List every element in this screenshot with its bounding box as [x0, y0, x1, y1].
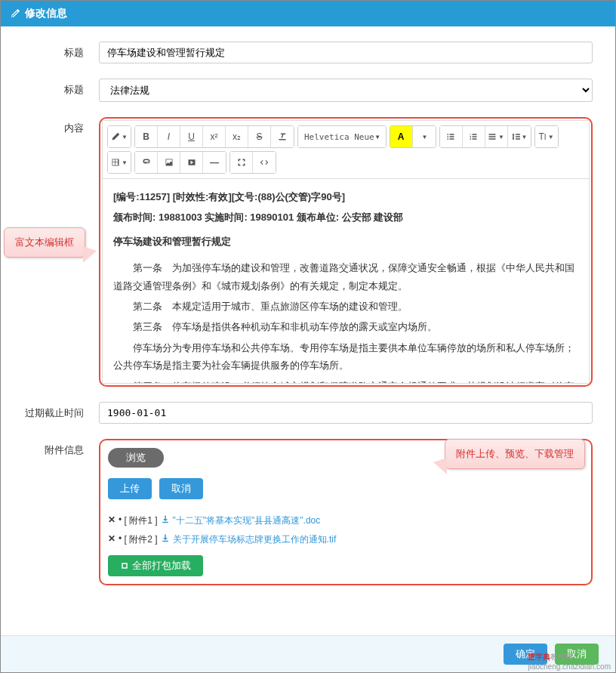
cancel-upload-button[interactable]: 取消 [159, 478, 203, 499]
attachment-link[interactable]: "十二五"将基本实现"县县通高速".doc [173, 514, 321, 527]
row-category: 标题 法律法规 [23, 79, 593, 102]
heading-button[interactable]: TI▼ [535, 126, 558, 147]
video-button[interactable] [180, 152, 203, 173]
callout-editor: 富文本编辑框 [4, 227, 85, 258]
bold-button[interactable]: B [135, 126, 158, 147]
unordered-list-button[interactable] [440, 126, 463, 147]
category-label: 标题 [23, 79, 99, 97]
attachment-item: ✕ • [ 附件1 ] "十二五"将基本实现"县县通高速".doc [108, 514, 584, 527]
paragraph-3: 第三条 停车场是指供各种机动车和非机动车停放的露天或室内场所。 [113, 318, 578, 335]
expire-label: 过期截止时间 [23, 402, 99, 420]
paragraph-2: 第二条 本规定适用于城市、重点旅游区停车场的建设和管理。 [113, 298, 578, 315]
font-family-dropdown[interactable]: Helvetica Neue▼ [298, 126, 386, 147]
hr-button[interactable]: — [203, 152, 226, 173]
paragraph-4: 停车场分为专用停车场和公共停车场。专用停车场是指主要供本单位车辆停放的场所和私人… [113, 339, 578, 375]
clear-format-button[interactable] [271, 126, 294, 147]
attachment-list: ✕ • [ 附件1 ] "十二五"将基本实现"县县通高速".doc ✕ • [ … [108, 514, 584, 546]
italic-button[interactable]: I [158, 126, 180, 147]
modal-title: 修改信息 [25, 7, 67, 20]
image-button[interactable] [158, 152, 180, 173]
modal-body: 标题 标题 法律法规 内容 ▼ [1, 26, 615, 608]
attachment-item: ✕ • [ 附件2 ] 关于开展停车场标志牌更换工作的通知.tif [108, 533, 584, 546]
expire-input[interactable] [99, 402, 593, 424]
upload-button[interactable]: 上传 [108, 478, 152, 499]
remove-attachment-icon[interactable]: ✕ [108, 514, 116, 525]
doc-meta-2: 颁布时间: 19881003 实施时间: 19890101 颁布单位: 公安部 … [113, 211, 403, 223]
row-expire: 过期截止时间 [23, 402, 593, 424]
download-icon[interactable] [161, 514, 170, 523]
download-icon[interactable] [161, 533, 170, 542]
pack-all-button[interactable]: 全部打包加载 [108, 555, 203, 576]
modal-dialog: 修改信息 标题 标题 法律法规 内容 ▼ [0, 0, 616, 673]
code-view-button[interactable] [253, 152, 276, 173]
attach-label: 附件信息 [23, 439, 99, 457]
title-input[interactable] [99, 42, 593, 63]
rich-text-editor: ▼ B I U x² x₂ S Helvetica Neue▼ [102, 120, 590, 384]
attachment-label: [ 附件1 ] [125, 514, 158, 527]
style-dropdown[interactable]: ▼ [108, 126, 131, 147]
callout-attachments: 附件上传、预览、下载管理 [445, 439, 585, 469]
line-height-button[interactable]: ▼ [508, 126, 531, 147]
category-select[interactable]: 法律法规 [99, 79, 593, 102]
content-label: 内容 [23, 117, 99, 135]
font-color-button[interactable]: A [390, 126, 413, 147]
modal-footer: 确定 取消 [1, 635, 615, 672]
edit-icon [10, 8, 20, 19]
doc-meta-1: [编号:11257] [时效性:有效][文号:(88)公(交管)字90号] [113, 191, 345, 202]
browse-button[interactable]: 浏览 [108, 448, 164, 468]
table-button[interactable]: ▼ [108, 152, 131, 173]
underline-button[interactable]: U [180, 126, 203, 147]
doc-heading: 停车场建设和管理暂行规定 [113, 236, 231, 247]
remove-attachment-icon[interactable]: ✕ [108, 533, 116, 544]
editor-toolbar: ▼ B I U x² x₂ S Helvetica Neue▼ [103, 121, 589, 179]
attachment-link[interactable]: 关于开展停车场标志牌更换工作的通知.tif [173, 533, 337, 546]
title-label: 标题 [23, 42, 99, 60]
editor-content-area[interactable]: [编号:11257] [时效性:有效][文号:(88)公(交管)字90号] 颁布… [103, 179, 589, 383]
align-button[interactable]: ▼ [485, 126, 508, 147]
link-button[interactable] [135, 152, 158, 173]
font-color-dropdown[interactable]: ▼ [413, 126, 436, 147]
attachment-label: [ 附件2 ] [125, 533, 158, 546]
subscript-button[interactable]: x₂ [226, 126, 248, 147]
row-title: 标题 [23, 42, 593, 63]
row-content: 内容 ▼ B I U x² x₂ S [23, 117, 593, 387]
paragraph-1: 第一条 为加强停车场的建设和管理，改善道路交通状况，保障交通安全畅通，根据《中华… [113, 259, 578, 295]
fullscreen-button[interactable] [230, 152, 253, 173]
ordered-list-button[interactable] [463, 126, 485, 147]
modal-header: 修改信息 [1, 1, 615, 26]
strikethrough-button[interactable]: S [248, 126, 271, 147]
watermark: 查字典教程网 jiaocheng.chazidian.com [528, 652, 611, 671]
superscript-button[interactable]: x² [203, 126, 226, 147]
paragraph-5: 第四条 停车场的建设，必须符合城市规划和保障道路交通安全畅通的要求，其规划设计须… [113, 378, 578, 383]
